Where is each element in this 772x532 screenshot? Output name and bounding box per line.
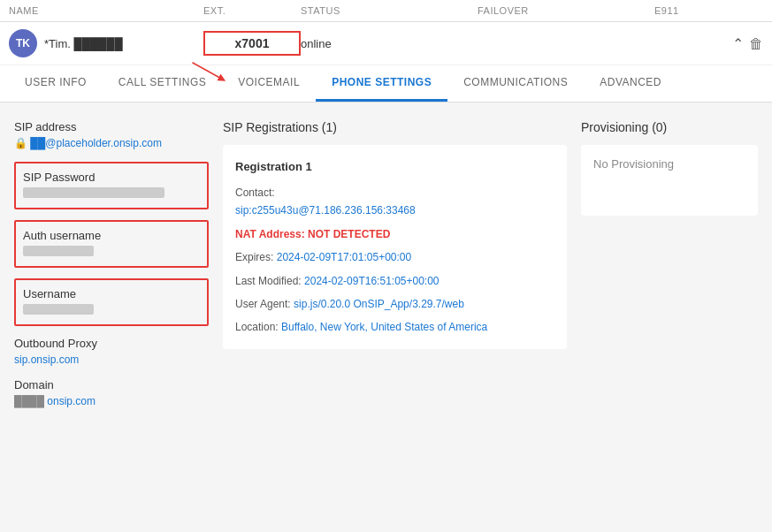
sip-password-box: SIP Password <box>14 162 209 209</box>
nat-line: NAT Address: NOT DETECTED <box>235 225 554 243</box>
right-panel: Provisioning (0) No Provisioning <box>581 120 758 483</box>
no-provisioning-message: No Provisioning <box>593 157 674 171</box>
nat-value: NOT DETECTED <box>308 228 390 240</box>
domain-label: Domain <box>14 378 209 391</box>
last-modified-label: Last Modified: <box>235 275 302 287</box>
table-header: NAME EXT. STATUS FAILOVER E911 <box>0 0 772 22</box>
delete-icon[interactable]: 🗑 <box>749 35 763 51</box>
sip-address-value: 🔒 ██@placeholder.onsip.com <box>14 137 209 149</box>
username-value <box>23 304 94 315</box>
expires-line: Expires: 2024-02-09T17:01:05+00:00 <box>235 248 554 266</box>
domain-prefix: ████ <box>14 395 47 407</box>
contact-line: Contact: sip:c255u43u@71.186.236.156:334… <box>235 184 554 220</box>
sip-address-text: ██@placeholder.onsip.com <box>30 137 162 149</box>
outbound-proxy-label: Outbound Proxy <box>14 337 209 350</box>
nat-label: NAT Address: <box>235 228 305 240</box>
avatar: TK <box>9 29 37 57</box>
expires-label: Expires: <box>235 251 273 263</box>
tab-user-info[interactable]: USER INFO <box>9 65 103 102</box>
username-box: Username <box>14 278 209 326</box>
auth-username-value <box>23 246 94 256</box>
domain-value: ████ onsip.com <box>14 395 209 407</box>
tab-voicemail[interactable]: VOICEMAIL <box>222 65 316 102</box>
sip-password-value <box>23 187 164 198</box>
outbound-proxy-value: sip.onsip.com <box>14 353 209 366</box>
provisioning-card: No Provisioning <box>581 145 758 216</box>
col-failover: FAILOVER <box>478 5 654 16</box>
col-ext: EXT. <box>203 5 301 16</box>
contact-label: Contact: <box>235 186 275 199</box>
registration-title: Registration 1 <box>235 157 554 177</box>
user-table-row: TK *Tim. ██████ x7001 online ⌃ 🗑 <box>0 22 772 65</box>
user-agent-line: User Agent: sip.js/0.20.0 OnSIP_App/3.29… <box>235 295 554 313</box>
auth-username-label: Auth username <box>23 229 200 242</box>
user-name: *Tim. ██████ <box>44 37 123 50</box>
expires-value: 2024-02-09T17:01:05+00:00 <box>277 251 411 263</box>
row-actions: ⌃ 🗑 <box>732 35 763 52</box>
location-line: Location: Buffalo, New York, United Stat… <box>235 318 554 336</box>
top-area: NAME EXT. STATUS FAILOVER E911 TK *Tim. … <box>0 0 772 103</box>
provisioning-title: Provisioning (0) <box>581 120 758 134</box>
registration-card: Registration 1 Contact: sip:c255u43u@71.… <box>223 145 567 349</box>
domain-suffix: onsip.com <box>47 395 96 407</box>
user-agent-label: User Agent: <box>235 298 291 310</box>
tab-communications[interactable]: COMMUNICATIONS <box>447 65 584 102</box>
ext-cell: x7001 <box>203 31 301 56</box>
tab-phone-settings[interactable]: PHONE SETTINGS <box>316 65 447 102</box>
user-agent-value: sip.js/0.20.0 OnSIP_App/3.29.7/web <box>294 298 464 310</box>
last-modified-line: Last Modified: 2024-02-09T16:51:05+00:00 <box>235 272 554 290</box>
tabs-bar: USER INFO CALL SETTINGS VOICEMAIL PHONE … <box>0 65 772 103</box>
sip-registrations-title: SIP Registrations (1) <box>223 120 567 134</box>
tab-call-settings[interactable]: CALL SETTINGS <box>103 65 222 102</box>
main-content: SIP address 🔒 ██@placeholder.onsip.com S… <box>0 103 772 500</box>
status-cell: online <box>301 37 478 50</box>
contact-value: sip:c255u43u@71.186.236.156:33468 <box>235 204 416 217</box>
last-modified-value: 2024-02-09T16:51:05+00:00 <box>304 275 439 287</box>
location-label: Location: <box>235 321 279 333</box>
sip-address-label: SIP address <box>14 120 209 133</box>
auth-username-box: Auth username <box>14 220 209 268</box>
sip-password-label: SIP Password <box>23 171 200 184</box>
username-label: Username <box>23 287 200 300</box>
left-panel: SIP address 🔒 ██@placeholder.onsip.com S… <box>14 120 209 483</box>
sip-address-icon: 🔒 <box>14 137 27 149</box>
col-status: STATUS <box>301 5 478 16</box>
location-value: Buffalo, New York, United States of Amer… <box>281 321 487 333</box>
col-name: NAME <box>9 5 203 16</box>
tab-advanced[interactable]: ADVANCED <box>584 65 677 102</box>
col-e911: E911 <box>654 5 761 16</box>
user-name-cell: TK *Tim. ██████ <box>9 29 203 57</box>
middle-panel: SIP Registrations (1) Registration 1 Con… <box>223 120 567 483</box>
expand-icon[interactable]: ⌃ <box>732 35 744 52</box>
